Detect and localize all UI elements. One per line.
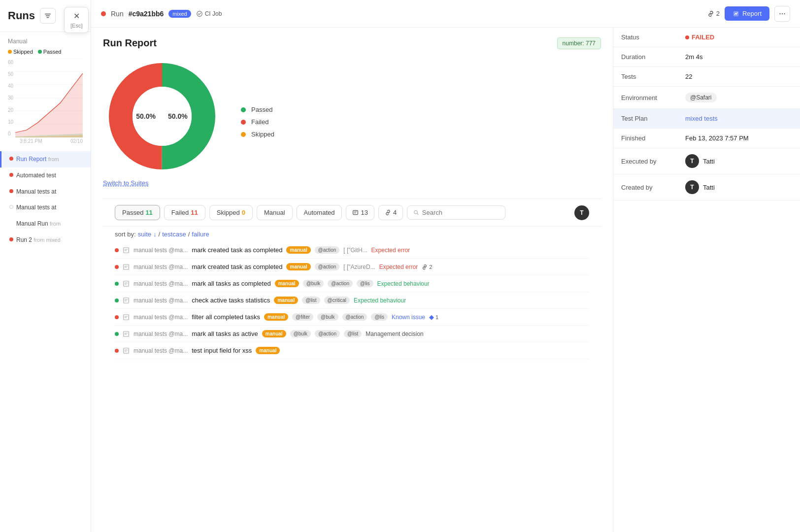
dot-icon xyxy=(9,221,13,225)
main-panel: Run #c9a21bb6 mixed CI Job 2 Report ··· xyxy=(91,0,800,532)
failed-filter[interactable]: Failed 11 xyxy=(164,205,205,220)
svg-rect-20 xyxy=(124,331,129,336)
svg-rect-15 xyxy=(124,247,129,253)
test-status-dot xyxy=(115,299,119,302)
svg-rect-18 xyxy=(124,298,129,303)
filter-bar: Passed 11 Failed 11 Skipped 0 Manual xyxy=(103,199,601,227)
table-row: manual tests @ma... filter all completed… xyxy=(115,309,589,326)
test-status-dot xyxy=(115,248,119,252)
ci-job-label: CI Job xyxy=(196,10,222,17)
sidebar-title: Runs xyxy=(8,9,35,22)
user-avatar-executed: T xyxy=(685,154,699,168)
issues-button[interactable]: 13 xyxy=(346,205,374,220)
sidebar-section-label: Manual xyxy=(0,32,91,47)
sort-by-failure[interactable]: failure xyxy=(192,231,209,238)
info-table: Status FAILED Duration 2m 4s Te xyxy=(613,28,800,200)
sidebar-item-manual-tests-2[interactable]: Manual tests at xyxy=(0,200,91,216)
user-avatar-filter: T xyxy=(574,205,589,220)
table-row: manual tests @ma... mark all tasks as co… xyxy=(115,275,589,292)
sidebar-legend: Skipped Passed xyxy=(0,47,91,59)
search-icon xyxy=(413,209,419,216)
run-report-header: Run Report number: 777 xyxy=(103,37,601,49)
created-by-user: T Tatti xyxy=(685,180,792,194)
svg-rect-19 xyxy=(124,314,129,320)
sort-by-testcase[interactable]: testcase xyxy=(162,231,186,238)
report-button[interactable]: Report xyxy=(725,6,769,21)
sidebar-item-automated-test[interactable]: Automated test xyxy=(0,167,91,184)
run-report-title: Run Report xyxy=(103,37,157,49)
dot-icon xyxy=(9,173,13,177)
info-row-tests: Tests 22 xyxy=(613,67,800,87)
info-row-status: Status FAILED xyxy=(613,28,800,47)
donut-passed-label: 50.0% xyxy=(168,112,188,120)
filter-button[interactable] xyxy=(40,8,56,24)
sidebar-item-run-report[interactable]: Run Report from xyxy=(0,151,91,167)
test-icon xyxy=(123,264,130,270)
link-badge: 2 xyxy=(422,264,432,270)
info-row-duration: Duration 2m 4s xyxy=(613,47,800,67)
run-status-dot xyxy=(101,11,106,16)
svg-point-14 xyxy=(414,210,418,214)
status-failed-badge: FAILED xyxy=(685,33,792,41)
manual-filter[interactable]: Manual xyxy=(257,205,293,220)
number-badge: number: 777 xyxy=(557,37,601,49)
sidebar: Runs ✕ [Esc] Manual Skipped Passed 60 50… xyxy=(0,0,91,532)
status-dot xyxy=(685,35,689,39)
environment-badge: @Safari xyxy=(685,93,717,102)
close-icon[interactable]: ✕ xyxy=(73,11,80,21)
sort-by-suite[interactable]: suite xyxy=(138,231,151,238)
sort-bar: sort by: suite ↓ / testcase / failure xyxy=(103,227,601,242)
table-row: manual tests @ma... test input field for… xyxy=(115,342,589,359)
sidebar-item-manual-run[interactable]: Manual Run from xyxy=(0,216,91,232)
sidebar-item-manual-tests-1[interactable]: Manual tests at xyxy=(0,184,91,200)
chart-section: 50.0% 50.0% Switch to Suites Passed Fail… xyxy=(103,57,601,187)
links-button[interactable]: 4 xyxy=(378,205,403,220)
dot-icon xyxy=(9,157,13,161)
dot-icon xyxy=(9,205,13,209)
skipped-dot xyxy=(241,132,246,137)
svg-rect-13 xyxy=(353,210,358,214)
dot-icon xyxy=(9,189,13,193)
info-row-environment: Environment @Safari xyxy=(613,87,800,109)
test-icon xyxy=(123,297,130,304)
test-status-dot xyxy=(115,282,119,286)
automated-filter[interactable]: Automated xyxy=(297,205,342,220)
diamond-badge: ◆ 1 xyxy=(429,313,438,321)
test-plan-link[interactable]: mixed tests xyxy=(685,115,718,122)
svg-rect-16 xyxy=(124,264,129,269)
test-icon xyxy=(123,314,130,321)
table-row: manual tests @ma... check active tasks s… xyxy=(115,292,589,309)
esc-popup: ✕ [Esc] xyxy=(64,7,89,33)
info-row-test-plan: Test Plan mixed tests xyxy=(613,109,800,129)
donut-chart: 50.0% 50.0% xyxy=(103,57,221,175)
skipped-filter[interactable]: Skipped 0 xyxy=(209,205,253,220)
more-button[interactable]: ··· xyxy=(774,6,790,22)
test-status-dot xyxy=(115,349,119,353)
search-input[interactable] xyxy=(422,209,499,216)
test-icon xyxy=(123,331,130,337)
test-status-dot xyxy=(115,332,119,336)
search-box[interactable] xyxy=(407,205,505,220)
legend-passed: Passed xyxy=(241,106,274,113)
svg-rect-17 xyxy=(124,281,129,286)
left-panel: Run Report number: 777 xyxy=(91,28,613,532)
content-area: Run Report number: 777 xyxy=(91,28,800,532)
svg-rect-21 xyxy=(124,348,129,353)
legend-failed: Failed xyxy=(241,118,274,126)
switch-to-suites-link[interactable]: Switch to Suites xyxy=(103,179,149,187)
donut-failed-label: 50.0% xyxy=(136,112,156,120)
link-count[interactable]: 2 xyxy=(707,10,720,17)
failed-dot xyxy=(241,120,246,125)
dot-icon xyxy=(9,237,13,241)
user-avatar-created: T xyxy=(685,180,699,194)
table-row: manual tests @ma... mark all tasks as ac… xyxy=(115,326,589,342)
table-row: manual tests @ma... mark created task as… xyxy=(115,259,589,275)
topbar-actions: 2 Report ··· xyxy=(707,6,790,22)
test-status-dot xyxy=(115,315,119,319)
test-icon xyxy=(123,247,130,254)
sidebar-item-run-2[interactable]: Run 2 from mixed xyxy=(0,232,91,248)
executed-by-user: T Tatti xyxy=(685,154,792,168)
run-id: #c9a21bb6 xyxy=(129,10,164,18)
passed-filter[interactable]: Passed 11 xyxy=(115,205,160,220)
info-row-finished: Finished Feb 13, 2023 7:57 PM xyxy=(613,129,800,148)
